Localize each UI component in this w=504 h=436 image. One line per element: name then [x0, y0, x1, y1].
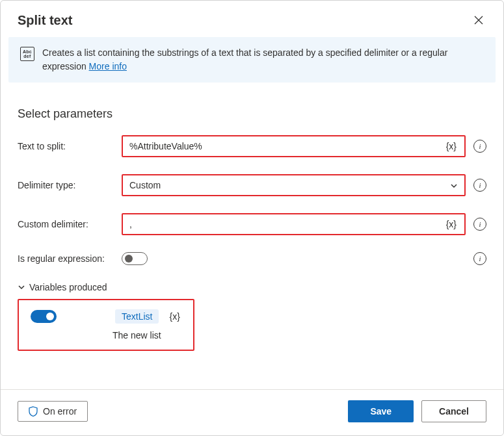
- input-custom-delimiter[interactable]: , {x}: [122, 213, 466, 235]
- input-text-to-split[interactable]: %AttributeValue% {x}: [122, 135, 466, 157]
- label-delimiter-type: Delimiter type:: [18, 180, 122, 190]
- input-text-to-split-value: %AttributeValue%: [129, 141, 202, 151]
- info-icon[interactable]: i: [473, 140, 486, 153]
- variable-picker-icon[interactable]: {x}: [169, 311, 179, 322]
- on-error-label: On error: [43, 406, 77, 417]
- toggle-knob: [125, 255, 133, 263]
- param-row-text-to-split: Text to split: %AttributeValue% {x} i: [18, 135, 486, 157]
- variable-picker-icon[interactable]: {x}: [445, 219, 458, 229]
- close-icon: [473, 15, 484, 25]
- param-row-delimiter-type: Delimiter type: Custom i: [18, 174, 486, 196]
- info-icon[interactable]: i: [473, 252, 486, 265]
- variable-picker-icon[interactable]: {x}: [445, 141, 458, 151]
- shield-icon: [29, 406, 38, 417]
- info-banner: Abc def Creates a list containing the su…: [8, 37, 496, 83]
- label-custom-delimiter: Custom delimiter:: [18, 219, 122, 229]
- variable-chip[interactable]: TextList: [115, 309, 159, 324]
- info-icon[interactable]: i: [473, 218, 486, 231]
- variables-produced-label: Variables produced: [29, 282, 107, 292]
- variables-produced-body: TextList {x} The new list: [18, 299, 194, 351]
- select-delimiter-type[interactable]: Custom: [122, 174, 466, 196]
- split-text-dialog: Split text Abc def Creates a list contai…: [0, 0, 504, 436]
- dialog-footer: On error Save Cancel: [1, 389, 503, 435]
- toggle-variable-enabled[interactable]: [31, 310, 57, 323]
- section-title: Select parameters: [18, 107, 486, 121]
- more-info-link[interactable]: More info: [89, 61, 127, 71]
- input-custom-delimiter-value: ,: [129, 219, 132, 229]
- dialog-title: Split text: [18, 13, 72, 28]
- abc-icon: Abc def: [20, 47, 34, 61]
- toggle-is-regex[interactable]: [122, 252, 148, 265]
- param-row-is-regex: Is regular expression: i: [18, 252, 486, 265]
- save-button[interactable]: Save: [348, 400, 414, 422]
- param-row-custom-delimiter: Custom delimiter: , {x} i: [18, 213, 486, 235]
- abc-icon-top: Abc: [23, 49, 32, 54]
- dialog-header: Split text: [1, 1, 503, 37]
- chevron-down-icon: [18, 283, 25, 291]
- info-icon[interactable]: i: [473, 179, 486, 192]
- dialog-body: Select parameters Text to split: %Attrib…: [1, 83, 503, 389]
- variables-produced-section: Variables produced TextList {x} The new …: [18, 282, 486, 351]
- toggle-knob: [46, 313, 54, 320]
- chevron-down-icon: [450, 181, 458, 189]
- label-is-regex: Is regular expression:: [18, 253, 122, 264]
- variables-produced-header[interactable]: Variables produced: [18, 282, 486, 292]
- on-error-button[interactable]: On error: [18, 401, 88, 422]
- variable-description: The new list: [113, 330, 187, 340]
- select-delimiter-type-value: Custom: [129, 180, 161, 190]
- cancel-button[interactable]: Cancel: [421, 400, 486, 422]
- label-text-to-split: Text to split:: [18, 141, 122, 151]
- banner-description: Creates a list containing the substrings…: [42, 46, 486, 73]
- abc-icon-bottom: def: [23, 54, 31, 58]
- close-button[interactable]: [471, 12, 486, 28]
